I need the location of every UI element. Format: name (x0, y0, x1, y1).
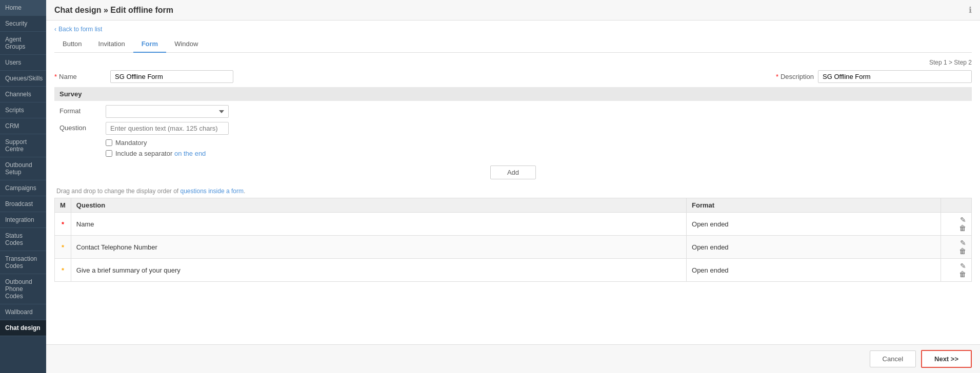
tab-invitation[interactable]: Invitation (90, 36, 133, 53)
topbar: Chat design » Edit offline form ℹ (46, 0, 980, 20)
footer: Cancel Next >> (46, 344, 980, 373)
sidebar-item-home[interactable]: Home (0, 0, 46, 16)
delete-icon[interactable]: 🗑 (959, 247, 966, 255)
sidebar-item-crm[interactable]: CRM (0, 118, 46, 134)
description-input[interactable] (818, 70, 972, 83)
mandatory-row: Mandatory (54, 139, 972, 147)
content-area: ‹ Back to form list ButtonInvitationForm… (46, 20, 980, 344)
sidebar-item-support-centre[interactable]: Support Centre (0, 134, 46, 157)
separator-link: on the end (174, 150, 206, 157)
table-row: * Name Open ended ✎ 🗑 (55, 213, 972, 236)
description-required-star: * (776, 73, 778, 80)
name-required-star: * (54, 73, 57, 80)
sidebar-item-users[interactable]: Users (0, 55, 46, 71)
drag-hint: Drag and drop to change the display orde… (54, 188, 972, 195)
next-button[interactable]: Next >> (921, 350, 972, 368)
col-m: M (55, 198, 71, 213)
tab-window[interactable]: Window (166, 36, 206, 53)
sidebar-item-integration[interactable]: Integration (0, 212, 46, 228)
tab-button[interactable]: Button (54, 36, 90, 53)
actions-cell: ✎ 🗑 (941, 236, 972, 259)
col-actions (941, 198, 972, 213)
add-button[interactable]: Add (490, 165, 536, 179)
sidebar-item-outbound-phone-codes[interactable]: Outbound Phone Codes (0, 274, 46, 304)
tabs-container: ButtonInvitationFormWindow (54, 36, 972, 53)
table-body: * Name Open ended ✎ 🗑 * Contact Telephon… (55, 213, 972, 282)
drag-hint-link: questions inside a form (181, 188, 244, 195)
question-cell: Contact Telephone Number (71, 236, 686, 259)
edit-icon[interactable]: ✎ (960, 262, 966, 270)
table-row: * Give a brief summary of your query Ope… (55, 259, 972, 282)
add-button-row: Add (54, 165, 972, 179)
mandatory-label: Mandatory (115, 139, 147, 147)
sidebar: HomeSecurityAgent GroupsUsersQueues/Skil… (0, 0, 46, 373)
format-label: Format (59, 105, 106, 115)
sidebar-item-transaction-codes[interactable]: Transaction Codes (0, 251, 46, 274)
main-content: Chat design » Edit offline form ℹ ‹ Back… (46, 0, 980, 373)
page-title: Chat design » Edit offline form (54, 6, 173, 15)
sidebar-item-wallboard[interactable]: Wallboard (0, 304, 46, 320)
format-row: Format Open ended Multiple choice (54, 105, 972, 118)
name-input[interactable] (110, 70, 233, 83)
format-cell: Open ended (687, 259, 941, 282)
tab-form[interactable]: Form (133, 36, 167, 53)
table-row: * Contact Telephone Number Open ended ✎ … (55, 236, 972, 259)
mandatory-cell: * (55, 236, 71, 259)
name-label: Name (59, 73, 110, 80)
col-format: Format (687, 198, 941, 213)
delete-icon[interactable]: 🗑 (959, 270, 966, 278)
edit-icon[interactable]: ✎ (960, 239, 966, 247)
mandatory-cell: * (55, 213, 71, 236)
format-cell: Open ended (687, 213, 941, 236)
separator-checkbox[interactable] (106, 150, 112, 157)
info-icon: ℹ (969, 5, 972, 15)
back-to-form-list-link[interactable]: ‹ Back to form list (54, 20, 102, 36)
edit-icon[interactable]: ✎ (960, 216, 966, 224)
mandatory-cell: * (55, 259, 71, 282)
sidebar-item-channels[interactable]: Channels (0, 87, 46, 102)
cancel-button[interactable]: Cancel (870, 350, 916, 367)
survey-header: Survey (54, 87, 972, 101)
actions-cell: ✎ 🗑 (941, 213, 972, 236)
question-label: Question (59, 122, 106, 132)
sidebar-item-broadcast[interactable]: Broadcast (0, 196, 46, 212)
mandatory-indicator: * (62, 220, 64, 228)
sidebar-item-chat-design[interactable]: Chat design (0, 320, 46, 336)
delete-icon[interactable]: 🗑 (959, 224, 966, 232)
sidebar-item-scripts[interactable]: Scripts (0, 102, 46, 118)
separator-row: Include a separator on the end (54, 150, 972, 157)
mandatory-indicator: * (62, 243, 64, 251)
back-arrow-icon: ‹ (54, 26, 56, 33)
name-description-row: * Name * Description (54, 70, 972, 83)
question-row: Question (54, 122, 972, 135)
col-question: Question (71, 198, 686, 213)
description-label: Description (781, 73, 814, 80)
question-cell: Name (71, 213, 686, 236)
actions-cell: ✎ 🗑 (941, 259, 972, 282)
step-indicator: Step 1 > Step 2 (54, 59, 972, 66)
separator-label: Include a separator on the end (115, 150, 206, 157)
question-cell: Give a brief summary of your query (71, 259, 686, 282)
mandatory-indicator: * (62, 266, 64, 274)
sidebar-item-security[interactable]: Security (0, 16, 46, 32)
sidebar-item-campaigns[interactable]: Campaigns (0, 180, 46, 196)
sidebar-item-outbound-setup[interactable]: Outbound Setup (0, 157, 46, 180)
mandatory-checkbox[interactable] (106, 139, 112, 146)
sidebar-item-queues-skills[interactable]: Queues/Skills (0, 71, 46, 87)
format-select[interactable]: Open ended Multiple choice (106, 105, 229, 118)
questions-table: M Question Format * Name Open ended ✎ 🗑 … (54, 198, 972, 282)
format-cell: Open ended (687, 236, 941, 259)
table-header: M Question Format (55, 198, 972, 213)
sidebar-item-agent-groups[interactable]: Agent Groups (0, 32, 46, 55)
question-input[interactable] (106, 122, 229, 135)
sidebar-item-status-codes[interactable]: Status Codes (0, 228, 46, 251)
